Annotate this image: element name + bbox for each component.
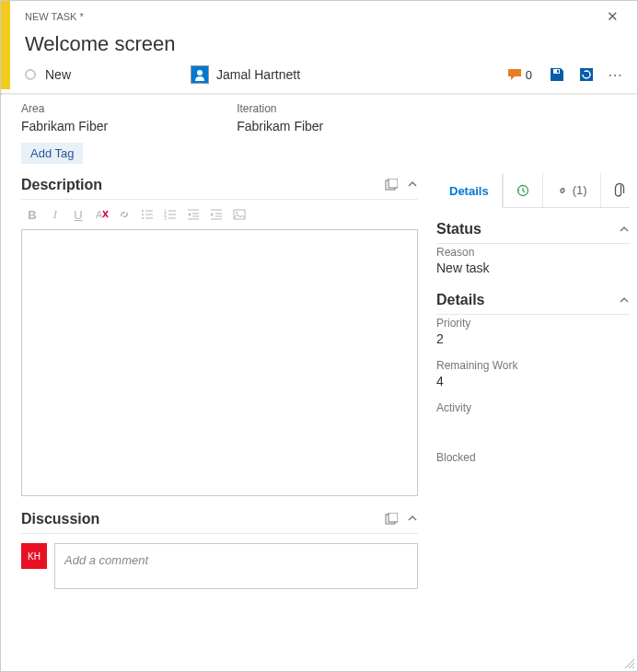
svg-text:A: A [96, 209, 103, 220]
maximize-icon[interactable] [385, 513, 398, 526]
tab-attachments[interactable] [600, 173, 638, 207]
iteration-label: Iteration [237, 102, 323, 115]
remaining-work-label: Remaining Work [436, 359, 630, 372]
comment-count[interactable]: 0 [507, 68, 532, 82]
reason-value[interactable]: New task [436, 261, 630, 275]
bold-icon[interactable]: B [25, 207, 40, 222]
avatar-icon [191, 65, 209, 84]
classification-row: Area Fabrikam Fiber Iteration Fabrikam F… [1, 95, 637, 139]
status-section: Status Reason New task [436, 217, 630, 277]
chevron-up-icon[interactable] [619, 224, 630, 235]
reason-label: Reason [436, 246, 630, 259]
maximize-icon[interactable] [385, 179, 398, 191]
tab-history[interactable] [503, 173, 542, 207]
svg-text:3: 3 [164, 215, 167, 221]
state-indicator-dot [25, 69, 36, 80]
comment-icon [507, 68, 522, 81]
work-item-title[interactable]: Welcome screen [19, 27, 624, 65]
svg-line-36 [632, 666, 634, 668]
blocked-label: Blocked [436, 451, 630, 464]
svg-rect-2 [557, 70, 559, 73]
history-icon [516, 184, 529, 197]
svg-point-11 [142, 214, 144, 215]
details-section: Details Priority 2 Remaining Work 4 Acti… [436, 288, 630, 468]
comment-input[interactable]: Add a comment [54, 543, 418, 589]
work-item-type-label: NEW TASK * [25, 11, 84, 22]
outdent-icon[interactable] [186, 207, 201, 222]
svg-point-13 [142, 217, 144, 219]
link-icon[interactable] [117, 207, 132, 222]
svg-rect-5 [389, 179, 398, 188]
current-user-avatar: KH [21, 543, 47, 569]
resize-grip-icon[interactable] [622, 656, 635, 669]
svg-point-0 [197, 70, 203, 75]
activity-value[interactable] [436, 416, 630, 431]
comment-count-value: 0 [526, 68, 532, 82]
iteration-value[interactable]: Fabrikam Fiber [237, 119, 323, 133]
add-tag-button[interactable]: Add Tag [21, 143, 83, 164]
tab-details[interactable]: Details [436, 173, 503, 208]
priority-value[interactable]: 2 [436, 331, 630, 346]
assignee-name: Jamal Hartnett [216, 67, 300, 82]
attachment-icon [614, 183, 625, 198]
description-section: Description B I U A [21, 173, 418, 496]
refresh-icon[interactable] [578, 66, 595, 83]
remaining-work-value[interactable]: 4 [436, 374, 630, 388]
chevron-up-icon[interactable] [407, 179, 418, 191]
assignee-picker[interactable]: Jamal Hartnett [191, 65, 300, 84]
discussion-heading: Discussion [21, 511, 99, 527]
svg-rect-29 [234, 210, 245, 219]
link-icon [556, 184, 569, 197]
chevron-up-icon[interactable] [407, 513, 418, 526]
chevron-up-icon[interactable] [619, 295, 630, 306]
activity-label: Activity [436, 401, 630, 414]
close-button[interactable]: ✕ [601, 6, 624, 27]
save-icon[interactable] [549, 66, 565, 83]
rich-text-toolbar: B I U A 123 [21, 200, 418, 229]
indent-icon[interactable] [209, 207, 224, 222]
image-icon[interactable] [232, 207, 247, 222]
clear-format-icon[interactable]: A [94, 207, 109, 222]
svg-point-9 [142, 210, 144, 212]
details-heading: Details [436, 292, 484, 308]
svg-rect-3 [580, 68, 593, 81]
more-actions-icon[interactable]: ⋯ [608, 66, 624, 83]
info-row: New Jamal Hartnett 0 ⋯ [1, 65, 637, 93]
svg-point-30 [236, 212, 238, 214]
tab-links-count: (1) [573, 183, 587, 197]
bullet-list-icon[interactable] [140, 207, 155, 222]
tab-links[interactable]: (1) [542, 173, 600, 207]
svg-rect-32 [389, 513, 398, 522]
status-heading: Status [436, 221, 481, 238]
description-heading: Description [21, 177, 102, 193]
state-value[interactable]: New [45, 67, 71, 82]
discussion-section: Discussion KH Add a comment [21, 507, 418, 589]
number-list-icon[interactable]: 123 [163, 207, 178, 222]
italic-icon[interactable]: I [48, 207, 63, 222]
priority-label: Priority [436, 317, 630, 330]
underline-icon[interactable]: U [71, 207, 86, 222]
description-editor[interactable] [21, 229, 418, 496]
area-label: Area [21, 102, 108, 115]
area-value[interactable]: Fabrikam Fiber [21, 119, 108, 133]
side-tabs: Details (1) [436, 173, 630, 208]
work-item-color-band [1, 1, 10, 89]
dialog-header: NEW TASK * ✕ Welcome screen [1, 1, 637, 65]
